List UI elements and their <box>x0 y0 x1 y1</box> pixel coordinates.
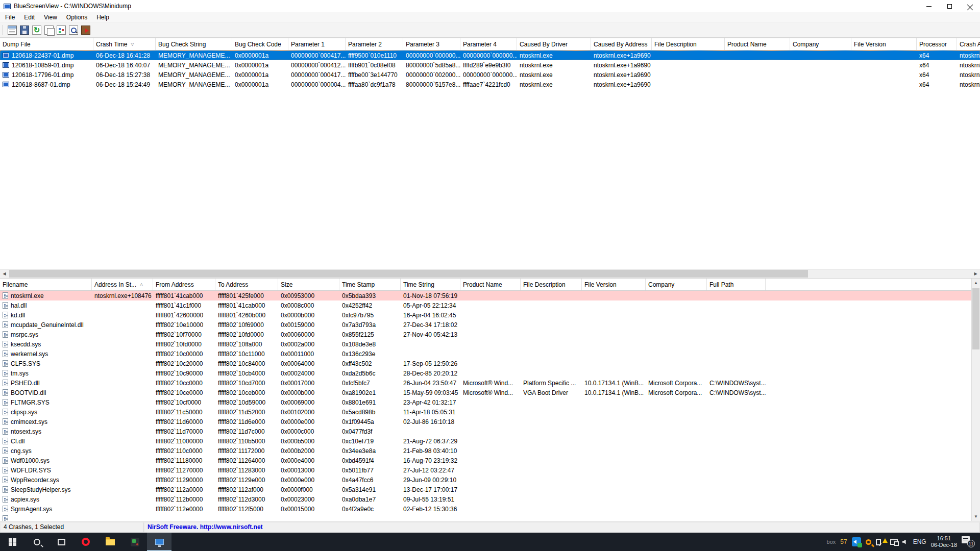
start-button[interactable] <box>0 533 24 551</box>
scroll-down-arrow[interactable]: ▼ <box>972 512 980 521</box>
report-icon[interactable] <box>8 26 17 35</box>
menu-help[interactable]: Help <box>92 13 113 22</box>
module-row[interactable]: acpiex.sysfffff802`112b0000fffff802`112d… <box>0 494 980 504</box>
module-row[interactable]: FLTMGR.SYSfffff802`10cf0000fffff802`10d5… <box>0 397 980 407</box>
everything-search-icon[interactable] <box>866 539 871 545</box>
column-header-file-version[interactable]: File Version <box>582 279 646 290</box>
menu-edit[interactable]: Edit <box>20 13 39 22</box>
module-row[interactable]: Wdf01000.sysfffff802`11180000fffff802`11… <box>0 456 980 465</box>
module-row[interactable]: tm.sysfffff802`10c90000fffff802`10cb4000… <box>0 368 980 378</box>
horizontal-scroll-thumb[interactable] <box>9 270 808 278</box>
usb-eject-icon[interactable] <box>876 539 881 545</box>
column-header-file-version[interactable]: File Version <box>851 38 917 50</box>
tray-count-badge[interactable]: 57 <box>840 538 847 545</box>
column-header-file-description[interactable]: File Description <box>652 38 725 50</box>
cell: 0x00102000 <box>278 407 339 417</box>
taskbar-bluescreenview-button[interactable] <box>147 533 172 551</box>
column-header-parameter-3[interactable]: Parameter 3 <box>403 38 460 50</box>
nirsoft-link[interactable]: NirSoft Freeware. http://www.nirsoft.net <box>148 523 263 531</box>
cell-text: 0x8801e691 <box>342 399 376 406</box>
module-row[interactable]: ntosext.sysfffff802`11d70000fffff802`11d… <box>0 427 980 436</box>
column-header-bug-check-string[interactable]: Bug Check String <box>156 38 232 50</box>
scroll-up-arrow[interactable]: ▲ <box>972 279 980 287</box>
column-header-processor[interactable]: Processor <box>917 38 957 50</box>
column-header-company[interactable]: Company <box>646 279 707 290</box>
module-row[interactable]: cmimcext.sysfffff802`11d60000fffff802`11… <box>0 417 980 427</box>
column-header-dump-file[interactable]: Dump File <box>0 38 93 50</box>
column-header-company[interactable]: Company <box>790 38 851 50</box>
network-icon[interactable] <box>890 539 898 545</box>
crash-row[interactable]: 120618-17796-01.dmp06-Dec-18 15:27:38MEM… <box>0 70 980 80</box>
module-row[interactable]: BOOTVID.dllfffff802`10ce0000fffff802`10c… <box>0 388 980 397</box>
module-row[interactable]: hal.dllfffff801`41c1f000fffff801`41cab00… <box>0 300 980 310</box>
column-header-caused-by-address[interactable]: Caused By Address <box>591 38 652 50</box>
module-row[interactable]: CI.dllfffff802`11000000fffff802`110b5000… <box>0 436 980 446</box>
column-header-filename[interactable]: Filename <box>0 279 92 290</box>
scroll-left-arrow[interactable]: ◀ <box>0 269 9 278</box>
properties-icon[interactable] <box>57 26 66 35</box>
column-header-file-description[interactable]: File Description <box>521 279 582 290</box>
column-header-from-address[interactable]: From Address <box>153 279 215 290</box>
module-row[interactable]: clipsp.sysfffff802`11c50000fffff802`11d5… <box>0 407 980 417</box>
module-row[interactable]: SgrmAgent.sysfffff802`112e0000fffff802`1… <box>0 504 980 514</box>
taskbar-app-button[interactable] <box>122 533 147 551</box>
column-header-parameter-1[interactable]: Parameter 1 <box>288 38 346 50</box>
column-header-address-in-st[interactable]: Address In St...△ <box>92 279 153 290</box>
column-header-product-name[interactable]: Product Name <box>725 38 790 50</box>
horizontal-scrollbar[interactable]: ◀ ▶ <box>0 269 980 278</box>
crash-row[interactable]: 120618-22437-01.dmp06-Dec-18 16:41:28MEM… <box>0 51 980 60</box>
module-row[interactable]: werkernel.sysfffff802`10c00000fffff802`1… <box>0 349 980 359</box>
column-header-crash-time[interactable]: Crash Time▽ <box>93 38 156 50</box>
module-row[interactable]: WDFLDR.SYSfffff802`11270000fffff802`1128… <box>0 465 980 475</box>
column-header-to-address[interactable]: To Address <box>215 279 278 290</box>
module-row[interactable]: ksecdd.sysfffff802`10fd0000fffff802`10ff… <box>0 339 980 349</box>
module-row[interactable]: SleepStudyHelper.sysfffff802`112a0000fff… <box>0 485 980 494</box>
tray-box-label[interactable]: box <box>827 539 836 545</box>
module-row[interactable]: kd.dllfffff801`42600000fffff801`4260b000… <box>0 310 980 320</box>
module-row[interactable]: msrpc.sysfffff802`10f70000fffff802`10fd0… <box>0 330 980 339</box>
minimize-button[interactable] <box>919 0 939 12</box>
language-indicator[interactable]: ENG <box>913 538 926 545</box>
column-header-size[interactable]: Size <box>278 279 339 290</box>
vertical-scroll-thumb[interactable] <box>972 288 979 349</box>
teamviewer-icon[interactable] <box>852 537 861 546</box>
cell: MEMORY_MANAGEME... <box>156 70 232 80</box>
close-button[interactable] <box>960 0 980 12</box>
column-header-bug-check-code[interactable]: Bug Check Code <box>232 38 288 50</box>
exit-icon[interactable] <box>81 26 90 35</box>
menu-file[interactable]: File <box>1 13 19 22</box>
copy-icon[interactable] <box>44 26 54 35</box>
column-header-time-string[interactable]: Time String <box>401 279 460 290</box>
notification-center-button[interactable]: 11 <box>962 536 975 547</box>
menu-options[interactable]: Options <box>62 13 91 22</box>
clock[interactable]: 16:51 06-Dec-18 <box>931 535 957 548</box>
taskbar-opera-button[interactable] <box>74 533 98 551</box>
module-row[interactable]: CLFS.SYSfffff802`10c20000fffff802`10c840… <box>0 359 980 368</box>
column-header-crash-address[interactable]: Crash Address <box>957 38 980 50</box>
column-header-full-path[interactable]: Full Path <box>707 279 766 290</box>
volume-icon[interactable] <box>902 540 906 544</box>
vertical-scrollbar[interactable]: ▲ ▼ <box>971 279 980 521</box>
scroll-right-arrow[interactable]: ▶ <box>971 269 980 278</box>
module-row[interactable]: ntoskrnl.exentoskrnl.exe+108476fffff801`… <box>0 291 980 300</box>
column-header-time-stamp[interactable]: Time Stamp <box>339 279 401 290</box>
refresh-icon[interactable] <box>32 26 41 35</box>
crash-row[interactable]: 120618-10859-01.dmp06-Dec-18 16:40:07MEM… <box>0 60 980 70</box>
column-header-parameter-2[interactable]: Parameter 2 <box>346 38 403 50</box>
save-icon[interactable] <box>20 26 29 35</box>
taskbar-search-button[interactable] <box>24 533 49 551</box>
column-header-caused-by-driver[interactable]: Caused By Driver <box>517 38 591 50</box>
find-icon[interactable] <box>69 26 78 35</box>
column-header-product-name[interactable]: Product Name <box>460 279 521 290</box>
task-view-button[interactable] <box>49 533 74 551</box>
module-row[interactable]: mcupdate_GenuineIntel.dllfffff802`10e100… <box>0 320 980 330</box>
column-header-parameter-4[interactable]: Parameter 4 <box>460 38 517 50</box>
maximize-button[interactable] <box>939 0 960 12</box>
module-row[interactable]: PSHED.dllfffff802`10cc0000fffff802`10cd7… <box>0 378 980 388</box>
module-row[interactable] <box>0 514 980 521</box>
crash-row[interactable]: 120618-8687-01.dmp06-Dec-18 15:24:49MEMO… <box>0 80 980 89</box>
taskbar-explorer-button[interactable] <box>98 533 122 551</box>
module-row[interactable]: cng.sysfffff802`110c0000fffff802`1117200… <box>0 446 980 456</box>
module-row[interactable]: WppRecorder.sysfffff802`11290000fffff802… <box>0 475 980 485</box>
menu-view[interactable]: View <box>40 13 61 22</box>
